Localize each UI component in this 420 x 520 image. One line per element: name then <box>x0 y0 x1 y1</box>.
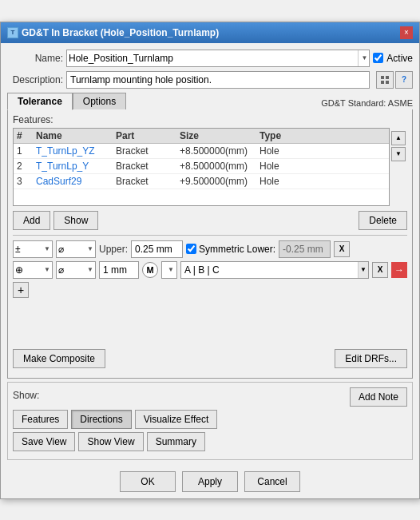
active-label: Active <box>386 53 413 64</box>
summary-btn[interactable]: Summary <box>147 432 205 451</box>
col-type: Type <box>260 130 323 141</box>
x-button-2[interactable]: X <box>372 262 388 278</box>
col-part: Part <box>116 130 180 141</box>
diameter-value-1: ⌀ <box>58 244 64 255</box>
tab-options[interactable]: Options <box>73 93 126 109</box>
diameter-arrow-2: ▼ <box>87 266 93 273</box>
row2-size: +8.500000(mm) <box>180 161 260 172</box>
tab-tolerance[interactable]: Tolerance <box>7 93 73 110</box>
plus-button[interactable]: + <box>13 282 29 298</box>
window-icon: T <box>7 27 18 38</box>
show-section: Show: Add Note Features Directions Visua… <box>7 382 413 460</box>
table-padding <box>14 189 389 205</box>
col-name: Name <box>36 130 116 141</box>
name-row: Name: Hole_Position_Turnlamp ▼ Active <box>7 50 413 67</box>
row1-part: Bracket <box>116 145 180 157</box>
gdt-standard: GD&T Standard: ASME <box>321 98 413 109</box>
row1-name: T_TurnLp_YZ <box>36 145 116 157</box>
content-area: Name: Hole_Position_Turnlamp ▼ Active De… <box>1 43 419 466</box>
table-row[interactable]: 1 T_TurnLp_YZ Bracket +8.500000(mm) Hole <box>14 144 389 159</box>
icon-btn-1[interactable] <box>376 71 394 89</box>
spacer <box>13 301 407 349</box>
diameter-arrow-1: ▼ <box>87 245 93 252</box>
show-label-row: Show: Add Note <box>13 387 407 407</box>
datums-value: A | B | C <box>181 264 358 276</box>
symmetric-check-row: Symmetric Lower: <box>186 244 275 255</box>
table-row[interactable]: 2 T_TurnLp_Y Bracket +8.500000(mm) Hole <box>14 159 389 174</box>
plus-row: + <box>13 282 407 298</box>
bottom-buttons-row: Make Composite Edit DRFs... <box>13 349 407 368</box>
edit-drfs-button[interactable]: Edit DRFs... <box>335 349 407 368</box>
m-combo-arrow: ▼ <box>168 266 174 273</box>
cancel-button[interactable]: Cancel <box>244 471 300 492</box>
row3-part: Bracket <box>116 176 180 187</box>
visualize-show-btn[interactable]: Visualize Effect <box>135 410 218 429</box>
name-value: Hole_Position_Turnlamp <box>69 53 173 64</box>
features-show-btn[interactable]: Features <box>13 410 68 429</box>
tab-row: Tolerance Options GD&T Standard: ASME <box>7 93 413 109</box>
description-label: Description: <box>7 74 63 85</box>
target-arrow: ▼ <box>44 266 50 273</box>
red-arrow-button[interactable]: → <box>391 262 407 278</box>
title-bar: T GD&T In Bracket (Hole_Position_Turnlam… <box>1 22 419 43</box>
col-size: Size <box>180 130 260 141</box>
upper-input[interactable]: 0.25 mm <box>131 240 183 258</box>
symmetric-checkbox[interactable] <box>186 244 196 254</box>
row2-value-input[interactable]: 1 mm <box>99 261 139 279</box>
features-btn-row: Add Show Delete <box>13 211 407 230</box>
scroll-down-btn[interactable]: ▼ <box>391 147 406 161</box>
features-section-label: Features: <box>13 114 407 125</box>
control-row-2: ⊕ ▼ ⌀ ▼ 1 mm M ▼ A | B | C <box>13 261 407 279</box>
diameter-combo-1[interactable]: ⌀ ▼ <box>56 240 96 258</box>
make-composite-button[interactable]: Make Composite <box>13 349 105 368</box>
target-value: ⊕ <box>15 264 23 276</box>
delete-button[interactable]: Delete <box>359 211 407 230</box>
show-row-2: Save View Show View Summary <box>13 432 407 451</box>
add-button[interactable]: Add <box>13 211 50 230</box>
svg-rect-1 <box>386 76 389 79</box>
row1-num: 1 <box>17 145 36 157</box>
dialog-buttons: OK Apply Cancel <box>1 466 419 498</box>
active-checkbox[interactable] <box>373 53 383 63</box>
row3-size: +9.500000(mm) <box>180 176 260 187</box>
scroll-up-btn[interactable]: ▲ <box>391 131 406 145</box>
row3-num: 3 <box>17 176 36 187</box>
window-title: GD&T In Bracket (Hole_Position_Turnlamp) <box>22 27 219 38</box>
lower-input: -0.25 mm <box>279 240 331 258</box>
symbol-combo-1[interactable]: ± ▼ <box>13 240 53 258</box>
diameter-value-2: ⌀ <box>58 264 64 276</box>
show-view-btn[interactable]: Show View <box>78 432 143 451</box>
description-input[interactable]: Turnlamp mounting hole position. <box>66 71 370 89</box>
title-bar-left: T GD&T In Bracket (Hole_Position_Turnlam… <box>7 27 219 38</box>
directions-show-btn[interactable]: Directions <box>71 410 131 429</box>
target-combo[interactable]: ⊕ ▼ <box>13 261 53 279</box>
row1-type: Hole <box>260 145 323 157</box>
icons-area: ? <box>376 71 413 89</box>
help-icon-btn[interactable]: ? <box>395 71 413 89</box>
datums-combo[interactable]: A | B | C ▼ <box>180 261 369 279</box>
name-combo[interactable]: Hole_Position_Turnlamp ▼ <box>66 50 370 67</box>
row3-type: Hole <box>260 176 323 187</box>
name-combo-arrow: ▼ <box>358 50 367 66</box>
show-button[interactable]: Show <box>53 211 98 230</box>
show-label: Show: <box>13 390 39 401</box>
m-combo[interactable]: ▼ <box>161 261 177 279</box>
add-note-button[interactable]: Add Note <box>350 387 407 407</box>
row3-name: CadSurf29 <box>36 176 116 187</box>
symbol-value-1: ± <box>15 244 21 255</box>
symbol-arrow-1: ▼ <box>44 245 50 252</box>
upper-label: Upper: <box>99 244 128 255</box>
close-button[interactable]: × <box>400 26 413 39</box>
save-view-btn[interactable]: Save View <box>13 432 75 451</box>
apply-button[interactable]: Apply <box>182 471 238 492</box>
ok-button[interactable]: OK <box>120 471 176 492</box>
diameter-combo-2[interactable]: ⌀ ▼ <box>56 261 96 279</box>
table-row[interactable]: 3 CadSurf29 Bracket +9.500000(mm) Hole <box>14 174 389 189</box>
svg-rect-2 <box>381 81 384 84</box>
tab-content: Features: # Name Part Size Type 1 T_Turn… <box>7 109 413 379</box>
x-button-1[interactable]: X <box>334 241 350 257</box>
features-area: # Name Part Size Type 1 T_TurnLp_YZ Brac… <box>13 128 407 211</box>
svg-rect-3 <box>386 81 389 84</box>
row1-size: +8.500000(mm) <box>180 145 260 157</box>
active-checkbox-row: Active <box>373 53 413 64</box>
